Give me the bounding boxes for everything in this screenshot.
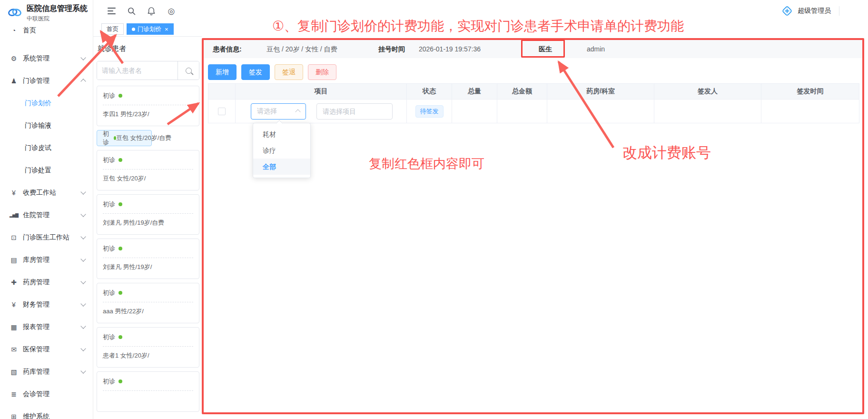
patient-info: aaa 男性/22岁/ <box>103 307 193 316</box>
search-icon[interactable] <box>126 6 137 16</box>
screenfull-icon[interactable]: ◎ <box>166 6 177 16</box>
sidebar-menu: ◔ 首页 ⚙ 系统管理 ♟ 门诊管理 门诊划价 门诊输液 门诊皮试 门诊处置 ¥… <box>0 19 93 419</box>
yen-icon: ¥ <box>10 301 18 309</box>
patient-search-input[interactable] <box>97 61 178 80</box>
sidebar-item-maintenance[interactable]: ⊞ 维护系统 <box>0 405 93 419</box>
sidebar-item-pharmacy-mgmt[interactable]: ✚ 药房管理 <box>0 271 93 293</box>
sidebar-item-finance-mgmt[interactable]: ¥ 财务管理 <box>0 293 93 316</box>
divider <box>103 302 193 302</box>
sidebar-item-drug-store-mgmt[interactable]: ▧ 药库管理 <box>0 360 93 383</box>
delete-button[interactable]: 删除 <box>308 64 336 80</box>
patient-list-panel: 就诊患者 初诊 李四1 男性/23岁/ 初诊 豆包 女性/20岁/自费 初诊 豆… <box>93 36 202 419</box>
dashboard-icon: ◔ <box>10 27 18 34</box>
reg-time-value: 2026-01-19 19:57:36 <box>419 40 481 58</box>
dropdown-option-treatment[interactable]: 诊疗 <box>253 142 310 159</box>
document-icon: ▤ <box>10 256 18 264</box>
patient-info: 刘潇凡 男性/19岁/自费 <box>103 219 193 227</box>
billing-content-frame: 患者信息: 豆包 / 20岁 / 女性 / 自费 挂号时间 2026-01-19… <box>202 38 864 414</box>
reg-time-label: 挂号时间 <box>378 40 405 58</box>
column-pharmacy-dept: 药房/科室 <box>547 84 654 100</box>
status-dot-icon <box>118 202 122 206</box>
checkout-button[interactable]: 签退 <box>275 64 303 80</box>
close-icon[interactable]: × <box>165 26 168 32</box>
patient-panel-title: 就诊患者 <box>98 44 199 53</box>
search-icon <box>186 68 192 74</box>
sidebar-item-insurance-mgmt[interactable]: ✉ 医保管理 <box>0 338 93 360</box>
item-input[interactable] <box>316 103 393 120</box>
bar-chart-icon: ▂▅▇ <box>10 213 18 218</box>
divider <box>103 213 193 214</box>
toolbar: 新增 签发 签退 删除 <box>208 64 336 80</box>
patient-card[interactable]: 初诊 <box>97 371 199 412</box>
chevron-down-icon <box>80 189 86 194</box>
patient-card[interactable]: 初诊 刘潇凡 男性/19岁/ <box>97 239 199 279</box>
divider <box>839 6 839 16</box>
status-badge: 待签发 <box>415 105 444 118</box>
status-dot-icon <box>118 379 122 383</box>
column-checkbox <box>208 84 236 100</box>
gear-icon: ⚙ <box>10 55 18 62</box>
sidebar-item-outpatient-mgmt[interactable]: ♟ 门诊管理 <box>0 70 93 92</box>
patient-card[interactable]: 初诊 患者1 女性/20岁/ <box>97 327 199 368</box>
grid-icon: ⊞ <box>10 413 18 419</box>
sidebar-item-system-mgmt[interactable]: ⚙ 系统管理 <box>0 47 93 70</box>
sidebar-subitem-outpatient-pricing[interactable]: 门诊划价 <box>0 92 93 114</box>
sidebar-item-report-mgmt[interactable]: ▦ 报表管理 <box>0 316 93 338</box>
tab-outpatient-pricing[interactable]: 门诊划价 × <box>127 23 174 35</box>
cell-issue-time <box>761 100 859 123</box>
status-dot-icon <box>118 158 122 162</box>
patient-card[interactable]: 初诊 豆包 女性/20岁/ <box>97 150 199 190</box>
divider <box>103 346 193 347</box>
monitor-icon: ⊡ <box>10 234 18 241</box>
mail-icon: ✉ <box>10 346 18 353</box>
patient-card-selected[interactable]: 初诊 豆包 女性/20岁/自费 <box>97 130 152 146</box>
sidebar-item-charging-station[interactable]: ¥ 收费工作站 <box>0 181 93 204</box>
sidebar-item-doctor-station[interactable]: ⊡ 门诊医生工作站 <box>0 226 93 249</box>
excel-icon: ▦ <box>10 323 18 331</box>
bell-icon[interactable] <box>146 6 157 16</box>
patient-card[interactable]: 初诊 刘潇凡 男性/19岁/自费 <box>97 194 199 235</box>
sidebar-subitem-outpatient-skin-test[interactable]: 门诊皮试 <box>0 137 93 159</box>
column-quantity: 总量 <box>452 84 497 100</box>
tab-home[interactable]: 首页 <box>101 23 124 35</box>
sidebar-subitem-outpatient-infusion[interactable]: 门诊输液 <box>0 114 93 137</box>
sidebar-item-inpatient-mgmt[interactable]: ▂▅▇ 住院管理 <box>0 204 93 226</box>
sidebar-subitem-outpatient-disposal[interactable]: 门诊处置 <box>0 159 93 181</box>
category-dropdown: 耗材 诊疗 全部 <box>253 123 311 178</box>
column-item: 项目 <box>236 84 407 100</box>
user-role-label[interactable]: 超级管理员 <box>798 7 831 15</box>
yen-icon: ¥ <box>10 189 18 197</box>
sidebar: 医院信息管理系统 中联医院 ◔ 首页 ⚙ 系统管理 ♟ 门诊管理 门诊划价 门诊… <box>0 0 93 419</box>
status-dot-icon <box>118 291 122 295</box>
column-issuer: 签发人 <box>654 84 761 100</box>
collapse-sidebar-icon[interactable] <box>106 6 117 16</box>
patient-info-value: 豆包 / 20岁 / 女性 / 自费 <box>266 40 337 58</box>
add-button[interactable]: 新增 <box>208 64 237 80</box>
app-title: 医院信息管理系统 <box>27 4 88 14</box>
patient-card[interactable]: 初诊 李四1 男性/23岁/ <box>97 86 199 126</box>
sidebar-item-consultation-mgmt[interactable]: ≣ 会诊管理 <box>0 383 93 405</box>
patient-card[interactable]: 初诊 aaa 男性/22岁/ <box>97 283 199 323</box>
category-select[interactable]: 请选择 <box>251 103 306 120</box>
cell-pharmacy-dept <box>547 100 654 123</box>
divider <box>103 390 193 391</box>
active-dot-icon <box>132 28 135 31</box>
billing-table: 项目 状态 总量 总金额 药房/科室 签发人 签发时间 请选择 <box>208 83 859 123</box>
user-icon: ♟ <box>10 77 18 85</box>
chevron-up-icon <box>80 79 86 84</box>
patient-search-button[interactable] <box>178 61 199 80</box>
row-checkbox[interactable] <box>218 108 226 115</box>
cross-icon: ✚ <box>10 279 18 286</box>
dropdown-option-consumables[interactable]: 耗材 <box>253 126 310 142</box>
patient-info: 患者1 女性/20岁/ <box>103 351 193 360</box>
sidebar-item-home[interactable]: ◔ 首页 <box>0 19 93 41</box>
chevron-down-icon <box>80 301 86 306</box>
dropdown-option-all[interactable]: 全部 <box>253 159 310 175</box>
sidebar-item-warehouse-mgmt[interactable]: ▤ 库房管理 <box>0 249 93 271</box>
issue-button[interactable]: 签发 <box>241 64 270 80</box>
divider <box>103 258 193 258</box>
status-dot-icon <box>118 94 122 98</box>
annotation-account-note: 改成计费账号 <box>622 143 711 163</box>
image-icon: ▧ <box>10 368 18 376</box>
app-window: 医院信息管理系统 中联医院 ◔ 首页 ⚙ 系统管理 ♟ 门诊管理 门诊划价 门诊… <box>0 0 868 419</box>
